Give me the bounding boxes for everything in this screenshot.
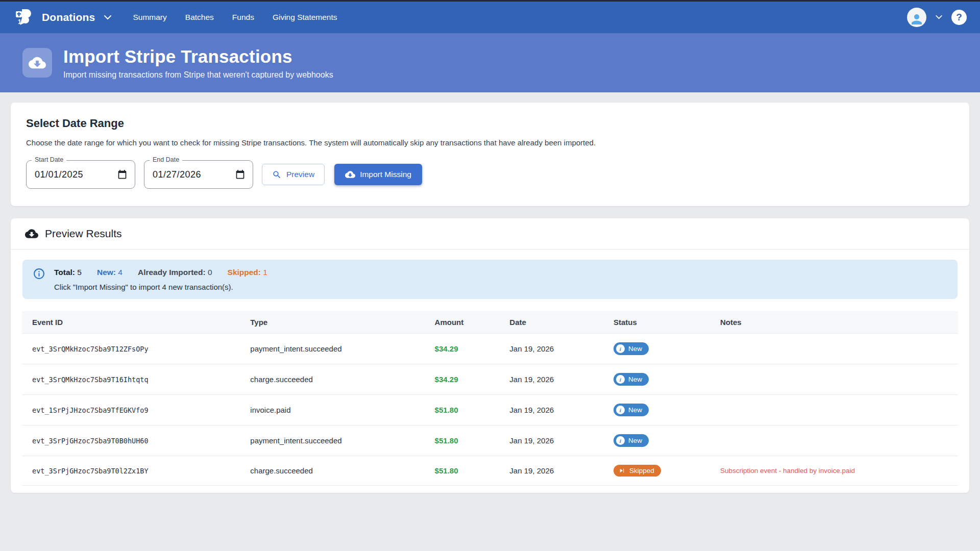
calendar-icon[interactable] (235, 169, 246, 180)
total-count: Total: 5 (54, 268, 82, 277)
header-event-id: Event ID (22, 311, 240, 334)
cell-event-id: evt_3SrQMkHzoc7Sba9T16Ihtqtq (22, 364, 240, 395)
nav-item-batches[interactable]: Batches (185, 13, 214, 22)
user-avatar[interactable] (907, 8, 926, 27)
page-subtitle: Import missing transactions from Stripe … (63, 70, 333, 80)
table-row: evt_1SrPjJHzoc7Sba9TfEGKVfo9invoice.paid… (22, 395, 958, 425)
cell-event-id: evt_3SrPjGHzoc7Sba9T0l2Zx1BY (22, 456, 240, 486)
cell-amount: $34.29 (425, 334, 500, 364)
cell-status: Skipped (603, 456, 710, 486)
cell-type: payment_intent.succeeded (240, 334, 424, 364)
transactions-table-wrap: Event ID Type Amount Date Status Notes e… (11, 311, 969, 486)
cell-date: Jan 19, 2026 (499, 456, 603, 486)
skipped-count: Skipped: 1 (228, 268, 267, 277)
info-icon: i (616, 406, 625, 414)
cell-date: Jan 19, 2026 (499, 395, 603, 425)
cell-notes (710, 395, 958, 425)
transactions-table: Event ID Type Amount Date Status Notes e… (22, 311, 958, 486)
info-icon: i (616, 344, 625, 353)
cell-notes (710, 334, 958, 364)
brand-logo-icon: 1 (13, 7, 35, 28)
cloud-download-icon (25, 227, 38, 240)
summary-hint: Click "Import Missing" to import 4 new t… (54, 283, 267, 291)
table-row: evt_3SrQMkHzoc7Sba9T12ZFsOPypayment_inte… (22, 334, 958, 364)
end-date-input[interactable]: End Date 01/27/2026 (144, 160, 253, 189)
nav-links: Summary Batches Funds Giving Statements (133, 13, 337, 22)
top-navbar: 1 Donations Summary Batches Funds Giving… (0, 2, 980, 33)
status-badge: iNew (614, 373, 649, 386)
cell-status: iNew (603, 425, 710, 456)
cell-date: Jan 19, 2026 (499, 425, 603, 456)
search-icon (272, 170, 282, 180)
person-icon (909, 12, 924, 27)
header-status: Status (603, 311, 710, 334)
results-header: Preview Results (11, 218, 969, 249)
cloud-download-icon (29, 54, 46, 71)
calendar-icon[interactable] (117, 169, 128, 180)
page-header: Import Stripe Transactions Import missin… (0, 33, 980, 92)
date-range-description: Choose the date range for which you want… (26, 138, 954, 147)
header-notes: Notes (710, 311, 958, 334)
cell-type: payment_intent.succeeded (240, 425, 424, 456)
skip-next-icon (618, 467, 626, 474)
cell-date: Jan 19, 2026 (499, 364, 603, 395)
info-icon (33, 267, 45, 280)
cell-notes: Subscription event - handled by invoice.… (710, 456, 958, 486)
summary-counts: Total: 5 New: 4 Already Imported: 0 Skip… (54, 268, 267, 277)
cell-type: invoice.paid (240, 395, 424, 425)
status-badge: iNew (614, 404, 649, 416)
chevron-down-icon (104, 15, 111, 20)
cell-status: iNew (603, 334, 710, 364)
help-button[interactable]: ? (951, 10, 967, 25)
results-title: Preview Results (45, 228, 122, 240)
preview-results-card: Preview Results Total: 5 New: 4 Already … (11, 218, 969, 493)
nav-item-funds[interactable]: Funds (232, 13, 254, 22)
cell-amount: $51.80 (425, 456, 500, 486)
status-badge: Skipped (614, 465, 661, 477)
transactions-table-body: evt_3SrQMkHzoc7Sba9T12ZFsOPypayment_inte… (22, 334, 958, 486)
app-switcher[interactable]: 1 Donations (13, 7, 111, 28)
start-date-input[interactable]: Start Date 01/01/2025 (26, 160, 135, 189)
cell-status: iNew (603, 364, 710, 395)
info-icon: i (616, 375, 625, 384)
header-amount: Amount (425, 311, 500, 334)
end-date-label: End Date (150, 156, 182, 163)
end-date-value: 01/27/2026 (153, 169, 235, 180)
cell-type: charge.succeeded (240, 456, 424, 486)
start-date-value: 01/01/2025 (35, 169, 117, 180)
cell-status: iNew (603, 395, 710, 425)
table-row: evt_3SrPjGHzoc7Sba9T0l2Zx1BYcharge.succe… (22, 456, 958, 486)
account-menu-chevron-icon[interactable] (936, 15, 942, 19)
date-range-title: Select Date Range (26, 117, 954, 130)
status-badge: iNew (614, 434, 649, 447)
preview-button[interactable]: Preview (262, 164, 325, 185)
date-range-card: Select Date Range Choose the date range … (11, 103, 969, 206)
nav-item-giving-statements[interactable]: Giving Statements (273, 13, 337, 22)
cell-event-id: evt_3SrPjGHzoc7Sba9T0B0hUH60 (22, 425, 240, 456)
cell-amount: $34.29 (425, 364, 500, 395)
cell-notes (710, 425, 958, 456)
question-mark-icon: ? (956, 12, 962, 23)
cell-notes (710, 364, 958, 395)
table-row: evt_3SrQMkHzoc7Sba9T16Ihtqtqcharge.succe… (22, 364, 958, 395)
cell-amount: $51.80 (425, 395, 500, 425)
cell-date: Jan 19, 2026 (499, 334, 603, 364)
status-badge: iNew (614, 342, 649, 355)
header-date: Date (499, 311, 603, 334)
svg-text:1: 1 (18, 18, 21, 26)
import-missing-button-label: Import Missing (360, 170, 411, 179)
cell-event-id: evt_1SrPjJHzoc7Sba9TfEGKVfo9 (22, 395, 240, 425)
already-imported-count: Already Imported: 0 (138, 268, 212, 277)
info-icon: i (616, 436, 625, 445)
preview-button-label: Preview (286, 170, 314, 179)
nav-item-summary[interactable]: Summary (133, 13, 166, 22)
cell-event-id: evt_3SrQMkHzoc7Sba9T12ZFsOPy (22, 334, 240, 364)
main-content: Select Date Range Choose the date range … (0, 92, 980, 503)
header-type: Type (240, 311, 424, 334)
page-title: Import Stripe Transactions (63, 46, 333, 67)
import-missing-button[interactable]: Import Missing (334, 164, 422, 185)
cell-amount: $51.80 (425, 425, 500, 456)
date-range-controls: Start Date 01/01/2025 End Date 01/27/202… (26, 160, 954, 189)
brand-title: Donations (42, 11, 95, 23)
cloud-download-icon (345, 169, 355, 180)
